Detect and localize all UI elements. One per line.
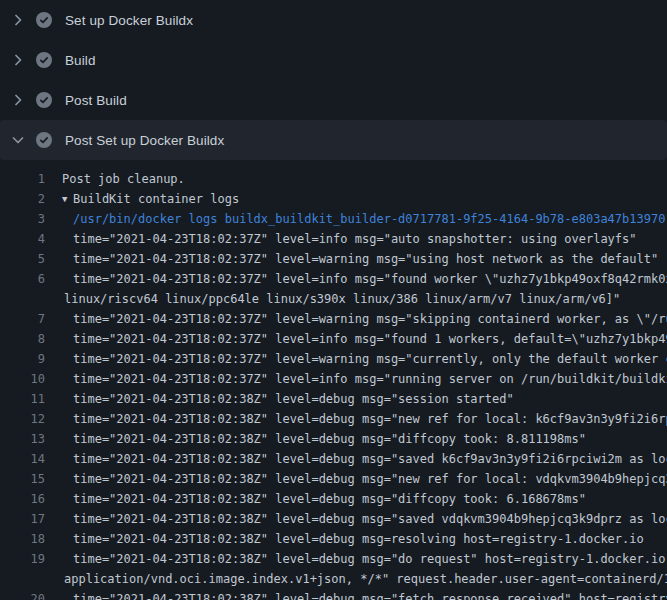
log-line-text: time="2021-04-23T18:02:38Z" level=debug … xyxy=(73,509,667,529)
step-row-post-build[interactable]: Post Build xyxy=(0,80,667,120)
log-line: 15 time="2021-04-23T18:02:38Z" level=deb… xyxy=(0,469,667,489)
log-line: 18 time="2021-04-23T18:02:38Z" level=deb… xyxy=(0,529,667,549)
log-line-text: time="2021-04-23T18:02:37Z" level=warnin… xyxy=(73,309,667,329)
log-line-number xyxy=(0,289,45,309)
log-line: 16 time="2021-04-23T18:02:38Z" level=deb… xyxy=(0,489,667,509)
log-line: 9 time="2021-04-23T18:02:37Z" level=warn… xyxy=(0,349,667,369)
log-line-number[interactable]: 9 xyxy=(0,349,45,369)
log-line-text: time="2021-04-23T18:02:37Z" level=info m… xyxy=(73,229,637,249)
log-line-number[interactable]: 14 xyxy=(0,449,45,469)
log-line-text: time="2021-04-23T18:02:37Z" level=info m… xyxy=(73,329,667,349)
log-line-number[interactable]: 20 xyxy=(0,589,45,600)
step-label: Post Build xyxy=(65,93,127,108)
log-line-number[interactable]: 15 xyxy=(0,469,45,489)
log-line-text: linux/riscv64 linux/ppc64le linux/s390x … xyxy=(64,289,620,309)
log-line-text: time="2021-04-23T18:02:37Z" level=info m… xyxy=(73,269,667,289)
log-line-wrap-continuation: linux/riscv64 linux/ppc64le linux/s390x … xyxy=(0,289,667,309)
group-collapse-triangle-icon[interactable]: ▼ xyxy=(62,189,73,209)
log-line-text: time="2021-04-23T18:02:38Z" level=debug … xyxy=(73,429,586,449)
log-line-number[interactable]: 17 xyxy=(0,509,45,529)
log-line: 8 time="2021-04-23T18:02:37Z" level=info… xyxy=(0,329,667,349)
chevron-down-icon xyxy=(10,132,26,148)
log-line: 20 time="2021-04-23T18:02:38Z" level=deb… xyxy=(0,589,667,600)
log-line-text: time="2021-04-23T18:02:38Z" level=debug … xyxy=(73,389,514,409)
log-line: 1 Post job cleanup. xyxy=(0,169,667,189)
log-line-number[interactable]: 8 xyxy=(0,329,45,349)
step-label: Set up Docker Buildx xyxy=(65,13,193,28)
log-line-number[interactable]: 1 xyxy=(0,169,45,189)
check-circle-icon xyxy=(36,12,52,28)
log-line: 11 time="2021-04-23T18:02:38Z" level=deb… xyxy=(0,389,667,409)
log-line-text: application/vnd.oci.image.index.v1+json,… xyxy=(64,569,667,589)
log-line-command: 3 /usr/bin/docker logs buildx_buildkit_b… xyxy=(0,209,667,229)
step-row-post-set-up-docker-buildx[interactable]: Post Set up Docker Buildx xyxy=(0,120,667,160)
log-line: 19 time="2021-04-23T18:02:38Z" level=deb… xyxy=(0,549,667,569)
check-circle-icon xyxy=(36,132,52,148)
log-line-number[interactable]: 5 xyxy=(0,249,45,269)
log-line-number[interactable]: 13 xyxy=(0,429,45,449)
log-line-text: time="2021-04-23T18:02:37Z" level=info m… xyxy=(73,369,667,389)
log-line: 5 time="2021-04-23T18:02:37Z" level=warn… xyxy=(0,249,667,269)
steps-panel: Set up Docker Buildx Build Post Build Po… xyxy=(0,0,667,160)
step-label: Post Set up Docker Buildx xyxy=(65,133,224,148)
log-line-text: time="2021-04-23T18:02:38Z" level=debug … xyxy=(73,449,667,469)
log-line-number[interactable]: 18 xyxy=(0,529,45,549)
log-line: 13 time="2021-04-23T18:02:38Z" level=deb… xyxy=(0,429,667,449)
log-line-number[interactable]: 6 xyxy=(0,269,45,289)
log-line-number[interactable]: 12 xyxy=(0,409,45,429)
log-line-number[interactable]: 11 xyxy=(0,389,45,409)
log-line-number[interactable]: 7 xyxy=(0,309,45,329)
log-line-number[interactable]: 2 xyxy=(0,189,45,209)
log-line-number[interactable]: 19 xyxy=(0,549,45,569)
step-label: Build xyxy=(65,53,96,68)
log-line-number[interactable]: 10 xyxy=(0,369,45,389)
log-command-text: /usr/bin/docker logs buildx_buildkit_bui… xyxy=(73,209,665,229)
log-line: 6 time="2021-04-23T18:02:37Z" level=info… xyxy=(0,269,667,289)
step-row-set-up-docker-buildx[interactable]: Set up Docker Buildx xyxy=(0,0,667,40)
log-line-text: time="2021-04-23T18:02:38Z" level=debug … xyxy=(73,549,667,569)
log-line: 14 time="2021-04-23T18:02:38Z" level=deb… xyxy=(0,449,667,469)
log-line-text: time="2021-04-23T18:02:37Z" level=warnin… xyxy=(73,249,658,269)
log-line: 7 time="2021-04-23T18:02:37Z" level=warn… xyxy=(0,309,667,329)
step-row-build[interactable]: Build xyxy=(0,40,667,80)
log-line: 4 time="2021-04-23T18:02:37Z" level=info… xyxy=(0,229,667,249)
log-line-number[interactable]: 4 xyxy=(0,229,45,249)
log-line-text: Post job cleanup. xyxy=(62,169,185,189)
log-line-text: time="2021-04-23T18:02:38Z" level=debug … xyxy=(73,589,667,600)
log-line-wrap-continuation: application/vnd.oci.image.index.v1+json,… xyxy=(0,569,667,589)
chevron-right-icon xyxy=(10,52,26,68)
log-line-number[interactable]: 16 xyxy=(0,489,45,509)
log-line-text: time="2021-04-23T18:02:38Z" level=debug … xyxy=(73,489,586,509)
log-line-text: time="2021-04-23T18:02:38Z" level=debug … xyxy=(73,529,644,549)
log-viewer: 1 Post job cleanup. 2 ▼ BuildKit contain… xyxy=(0,160,667,600)
log-line-number xyxy=(0,569,45,589)
log-line-number[interactable]: 3 xyxy=(0,209,45,229)
log-line: 10 time="2021-04-23T18:02:37Z" level=inf… xyxy=(0,369,667,389)
chevron-right-icon xyxy=(10,92,26,108)
log-line-text: time="2021-04-23T18:02:38Z" level=debug … xyxy=(73,409,667,429)
log-line: 17 time="2021-04-23T18:02:38Z" level=deb… xyxy=(0,509,667,529)
log-line-group-header: 2 ▼ BuildKit container logs xyxy=(0,189,667,209)
check-circle-icon xyxy=(36,92,52,108)
chevron-right-icon xyxy=(10,12,26,28)
log-line-text: time="2021-04-23T18:02:37Z" level=warnin… xyxy=(73,349,667,369)
log-line-text: time="2021-04-23T18:02:38Z" level=debug … xyxy=(73,469,667,489)
log-line: 12 time="2021-04-23T18:02:38Z" level=deb… xyxy=(0,409,667,429)
check-circle-icon xyxy=(36,52,52,68)
log-group-title[interactable]: BuildKit container logs xyxy=(73,189,239,209)
